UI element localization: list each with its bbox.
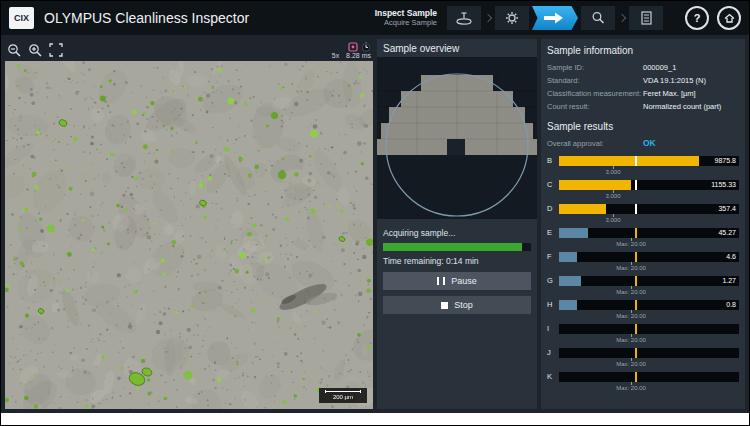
info-row: Classification measurement:Feret Max. [µ… — [547, 89, 739, 98]
fit-view-button[interactable] — [49, 43, 63, 57]
sample-overview-map[interactable] — [377, 57, 537, 219]
info-label: Sample ID: — [547, 63, 643, 72]
limit-tick — [635, 372, 637, 382]
class-bar — [559, 228, 588, 238]
class-letter: J — [547, 348, 559, 369]
stop-button[interactable]: Stop — [383, 296, 531, 314]
class-bar — [559, 300, 577, 310]
axis-label: 3.000 — [605, 217, 620, 223]
result-class-row: F4.6Max: 20.00 — [547, 252, 739, 273]
scale-bar-label: 200 µm — [333, 394, 353, 400]
limit-tick — [635, 204, 637, 214]
acquisition-progress-bar — [383, 243, 531, 251]
result-class-row: KMax: 20.00 — [547, 372, 739, 393]
class-axis: 3.000 — [559, 214, 739, 225]
class-bar-track: 4.6 — [559, 252, 739, 262]
class-letter: I — [547, 324, 559, 345]
app-title: OLYMPUS Cleanliness Inspector — [44, 10, 249, 26]
info-label: Count result: — [547, 102, 643, 111]
info-value: 000009_1 — [643, 63, 739, 72]
class-axis: 3.000 — [559, 190, 739, 201]
inspect-search-icon — [589, 10, 607, 26]
zoom-in-button[interactable] — [28, 43, 42, 57]
microscope-image[interactable]: 200 µm — [5, 61, 373, 409]
info-label: Standard: — [547, 76, 643, 85]
help-button[interactable]: ? — [685, 6, 709, 30]
class-axis: Max: 20.00 — [559, 262, 739, 273]
class-count-value: 0.8 — [726, 300, 736, 310]
class-bar — [559, 252, 577, 262]
screenshot-frame: CIX OLYMPUS Cleanliness Inspector Inspec… — [0, 0, 750, 426]
exposure-value: 8.28 ms — [346, 52, 371, 59]
step-inspect-button[interactable] — [581, 6, 615, 30]
result-class-row: JMax: 20.00 — [547, 348, 739, 369]
class-count-value: 45.27 — [718, 228, 736, 238]
limit-tick — [635, 348, 637, 358]
step-stage-button[interactable] — [447, 6, 481, 30]
sample-overview-panel: Sample overview Acquiring sample... — [377, 39, 537, 409]
specimen-canvas — [5, 61, 373, 409]
acquire-arrow-icon — [540, 10, 570, 26]
class-bar-track: 1155.33 — [559, 180, 739, 190]
class-results-list: B9875.83.000C1155.333.000D357.43.000E45.… — [547, 156, 739, 393]
info-value: VDA 19.1:2015 (N) — [643, 76, 739, 85]
class-bar-track: 9875.8 — [559, 156, 739, 166]
class-bar-track: 0.8 — [559, 300, 739, 310]
pause-button[interactable]: Pause — [383, 272, 531, 290]
step-settings-button[interactable] — [495, 6, 529, 30]
overall-approval-value: OK — [643, 138, 656, 148]
class-bar — [559, 204, 606, 214]
info-label: Classification measurement: — [547, 89, 643, 98]
class-axis: Max: 20.00 — [559, 310, 739, 321]
class-axis: Max: 20.00 — [559, 238, 739, 249]
class-bar-track — [559, 324, 739, 334]
axis-label: Max: 20.00 — [616, 265, 646, 271]
axis-label: Max: 20.00 — [616, 313, 646, 319]
home-button[interactable] — [717, 6, 741, 30]
class-axis: Max: 20.00 — [559, 358, 739, 369]
live-image-panel: 5x 8.28 ms 200 µm — [5, 39, 373, 409]
class-bar — [559, 180, 631, 190]
axis-label: Max: 20.00 — [616, 385, 646, 391]
report-document-icon — [637, 10, 655, 26]
help-icon: ? — [694, 12, 701, 24]
info-row: Count result:Normalized count (part) — [547, 102, 739, 111]
settings-gear-icon — [503, 10, 521, 26]
acquisition-status-icons: 5x 8.28 ms — [327, 42, 371, 59]
class-letter: D — [547, 204, 559, 225]
main-content: 5x 8.28 ms 200 µm Sample overview — [1, 35, 749, 413]
axis-label: Max: 20.00 — [616, 289, 646, 295]
timer-icon — [361, 42, 371, 52]
class-bar-track — [559, 348, 739, 358]
class-axis: Max: 20.00 — [559, 286, 739, 297]
limit-tick — [635, 300, 637, 310]
zoom-out-button[interactable] — [7, 43, 21, 57]
pause-label: Pause — [451, 276, 477, 286]
home-icon — [723, 12, 736, 24]
cix-logo: CIX — [9, 7, 34, 29]
scale-bar: 200 µm — [319, 388, 367, 403]
workflow-step-text: Inspect Sample Acquire Sample — [375, 9, 437, 27]
class-count-value: 1.27 — [722, 276, 736, 286]
scale-bar-line — [325, 390, 361, 393]
class-letter: B — [547, 156, 559, 177]
workflow-steps — [447, 6, 663, 30]
result-class-row: E45.27Max: 20.00 — [547, 228, 739, 249]
top-bar: CIX OLYMPUS Cleanliness Inspector Inspec… — [1, 1, 749, 35]
class-bar-track — [559, 372, 739, 382]
acquisition-parameters: 5x 8.28 ms — [327, 52, 371, 59]
axis-label: Max: 20.00 — [616, 361, 646, 367]
result-class-row: B9875.83.000 — [547, 156, 739, 177]
axis-label: Max: 20.00 — [616, 241, 646, 247]
image-toolbar: 5x 8.28 ms — [5, 39, 373, 61]
step-report-button[interactable] — [629, 6, 663, 30]
axis-label: 3.000 — [605, 193, 620, 199]
step-acquire-button[interactable] — [532, 6, 578, 30]
result-class-row: C1155.333.000 — [547, 180, 739, 201]
limit-tick — [635, 228, 637, 238]
limit-tick — [635, 156, 637, 166]
overall-approval-row: Overall approval: OK — [547, 138, 739, 148]
class-bar — [559, 156, 699, 166]
acquisition-status: Acquiring sample... — [383, 228, 531, 238]
acquisition-progress-fill — [383, 243, 522, 251]
